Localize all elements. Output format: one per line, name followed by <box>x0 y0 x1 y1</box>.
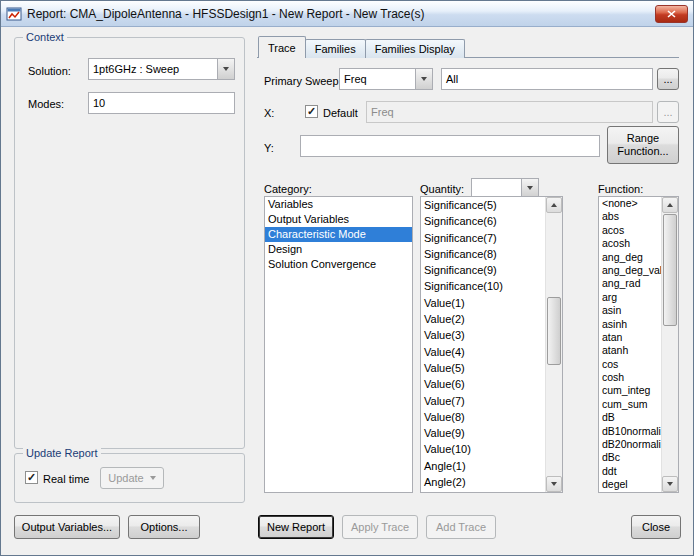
list-item[interactable]: Value(1) <box>421 295 545 311</box>
quantity-scrollbar[interactable] <box>545 197 562 492</box>
list-item[interactable]: arg <box>599 291 661 304</box>
ellipsis-label: ... <box>663 106 672 118</box>
list-item[interactable]: Significance(5) <box>421 197 545 213</box>
list-item[interactable]: degel <box>599 478 661 491</box>
quantity-value <box>472 179 521 197</box>
realtime-label: Real time <box>43 472 89 486</box>
list-item[interactable]: asinh <box>599 318 661 331</box>
quantity-combobox[interactable] <box>471 178 539 198</box>
function-listbox[interactable]: <none>absacosacoshang_degang_deg_valang_… <box>598 196 679 493</box>
list-item[interactable]: acos <box>599 224 661 237</box>
x-default-label: Default <box>323 106 358 120</box>
list-item[interactable]: Value(5) <box>421 360 545 376</box>
list-item[interactable]: Variables <box>265 197 412 212</box>
titlebar-close-button[interactable] <box>655 5 688 23</box>
list-item[interactable]: Output Variables <box>265 212 412 227</box>
chevron-down-icon[interactable] <box>415 69 432 89</box>
chevron-down-icon[interactable] <box>521 179 538 197</box>
y-input[interactable] <box>300 135 600 157</box>
list-item[interactable]: Solution Convergence <box>265 257 412 272</box>
list-item[interactable]: Value(7) <box>421 393 545 409</box>
window-title: Report: CMA_DipoleAntenna - HFSSDesign1 … <box>27 7 650 21</box>
close-dialog-label: Close <box>642 521 670 533</box>
list-item[interactable]: ddt <box>599 465 661 478</box>
modes-input[interactable]: 10 <box>88 92 235 114</box>
list-item[interactable]: Value(10) <box>421 441 545 457</box>
modes-label: Modes: <box>28 97 64 111</box>
add-trace-label: Add Trace <box>436 521 486 533</box>
list-item[interactable]: cosh <box>599 371 661 384</box>
scroll-up-icon[interactable] <box>546 197 562 213</box>
list-item[interactable]: <none> <box>599 197 661 210</box>
solution-value: 1pt6GHz : Sweep <box>89 59 217 79</box>
list-item[interactable]: abs <box>599 210 661 223</box>
apply-trace-button[interactable]: Apply Trace <box>342 515 418 539</box>
update-report-group-label: Update Report <box>23 446 101 460</box>
list-item[interactable]: cos <box>599 358 661 371</box>
check-icon: ✓ <box>27 472 36 483</box>
x-default-checkbox[interactable]: ✓ <box>305 105 318 118</box>
list-item[interactable]: Significance(8) <box>421 246 545 262</box>
list-item[interactable]: Value(4) <box>421 344 545 360</box>
list-item[interactable]: Angle(1) <box>421 458 545 474</box>
range-function-button[interactable]: Range Function... <box>607 126 679 164</box>
new-report-button[interactable]: New Report <box>258 515 334 539</box>
update-button[interactable]: Update <box>100 467 164 489</box>
list-item[interactable]: acosh <box>599 237 661 250</box>
tab-trace[interactable]: Trace <box>258 36 306 58</box>
function-scrollbar[interactable] <box>661 197 678 492</box>
list-item[interactable]: ang_rad <box>599 277 661 290</box>
list-item[interactable]: Angle(2) <box>421 474 545 490</box>
close-dialog-button[interactable]: Close <box>631 515 681 539</box>
list-item[interactable]: Value(9) <box>421 425 545 441</box>
list-item[interactable]: Significance(6) <box>421 213 545 229</box>
list-item[interactable]: atanh <box>599 344 661 357</box>
list-item[interactable]: dB <box>599 411 661 424</box>
list-item[interactable]: Value(8) <box>421 409 545 425</box>
list-item[interactable]: asin <box>599 304 661 317</box>
chevron-down-icon[interactable] <box>217 59 234 79</box>
x-browse-button[interactable]: ... <box>657 101 679 123</box>
close-icon <box>667 10 676 18</box>
list-item[interactable]: atan <box>599 331 661 344</box>
options-label: Options... <box>140 521 187 533</box>
list-item[interactable]: Design <box>265 242 412 257</box>
solution-combobox[interactable]: 1pt6GHz : Sweep <box>88 58 235 80</box>
function-label: Function: <box>598 182 643 196</box>
primary-sweep-label: Primary Sweep: <box>264 74 342 88</box>
tab-families[interactable]: Families <box>305 39 366 58</box>
output-variables-button[interactable]: Output Variables... <box>14 515 120 539</box>
primary-sweep-value: Freq <box>340 69 415 89</box>
list-item[interactable]: Significance(9) <box>421 262 545 278</box>
scroll-up-icon[interactable] <box>662 197 678 213</box>
list-item[interactable]: ang_deg <box>599 251 661 264</box>
primary-sweep-range-input[interactable]: All <box>441 68 653 90</box>
category-listbox[interactable]: VariablesOutput VariablesCharacteristic … <box>264 196 413 493</box>
list-item[interactable]: cum_sum <box>599 398 661 411</box>
range-function-label: Range Function... <box>612 132 674 158</box>
realtime-checkbox[interactable]: ✓ <box>25 471 38 484</box>
list-item[interactable]: Value(6) <box>421 376 545 392</box>
titlebar: Report: CMA_DipoleAntenna - HFSSDesign1 … <box>1 1 693 27</box>
scroll-down-icon[interactable] <box>546 476 562 492</box>
list-item[interactable]: ang_deg_val <box>599 264 661 277</box>
list-item[interactable]: Value(3) <box>421 327 545 343</box>
list-item[interactable]: Value(2) <box>421 311 545 327</box>
list-item[interactable]: cum_integ <box>599 384 661 397</box>
list-item[interactable]: Significance(7) <box>421 230 545 246</box>
list-item[interactable]: Characteristic Mode <box>265 227 412 242</box>
list-item[interactable]: Significance(10) <box>421 278 545 294</box>
scrollbar-thumb[interactable] <box>547 297 561 365</box>
add-trace-button[interactable]: Add Trace <box>426 515 496 539</box>
list-item[interactable]: dB10normalize <box>599 425 661 438</box>
options-button[interactable]: Options... <box>128 515 200 539</box>
primary-sweep-combobox[interactable]: Freq <box>339 68 433 90</box>
scroll-down-icon[interactable] <box>662 476 678 492</box>
quantity-listbox[interactable]: Significance(5)Significance(6)Significan… <box>420 196 563 493</box>
tab-families-display[interactable]: Families Display <box>365 39 465 58</box>
list-item[interactable]: dB20normalize <box>599 438 661 451</box>
primary-sweep-browse-button[interactable]: ... <box>657 68 679 90</box>
scrollbar-thumb[interactable] <box>663 214 677 326</box>
list-item[interactable]: dBc <box>599 451 661 464</box>
app-icon <box>6 6 22 22</box>
